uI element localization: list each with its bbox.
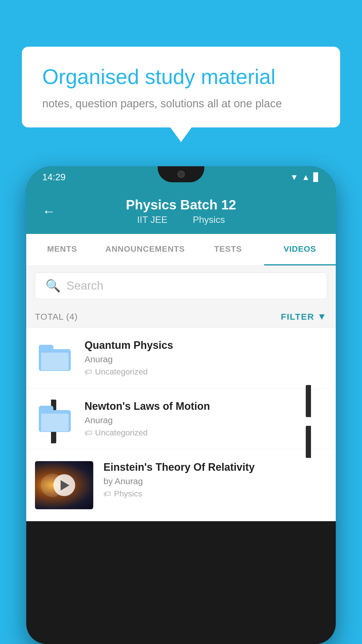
tab-ments[interactable]: MENTS (26, 234, 98, 265)
tab-tests[interactable]: TESTS (192, 234, 264, 265)
tab-announcements[interactable]: ANNOUNCEMENTS (98, 234, 192, 265)
filter-row: TOTAL (4) FILTER ▼ (26, 305, 336, 328)
filter-button[interactable]: FILTER ▼ (281, 311, 327, 322)
subtitle-part1: IIT JEE (137, 214, 167, 225)
tag-label: Uncategorized (95, 367, 148, 377)
video-thumbnail-1 (35, 342, 74, 374)
search-icon: 🔍 (45, 279, 61, 293)
back-button[interactable]: ← (42, 203, 56, 219)
status-bar: 14:29 ▼ ▲ ▊ (26, 166, 336, 188)
list-item[interactable]: Newton's Laws of Motion Anurag 🏷 Uncateg… (26, 388, 336, 449)
app-title: Physics Batch 12 (42, 197, 320, 213)
video-author: Anurag (85, 354, 327, 364)
video-author: Anurag (85, 415, 327, 425)
battery-icon: ▊ (313, 172, 320, 182)
video-thumbnail-2 (35, 403, 74, 435)
video-thumbnail-3 (35, 461, 93, 509)
video-list: Quantum Physics Anurag 🏷 Uncategorized (26, 328, 336, 521)
list-item[interactable]: Einstein's Theory Of Relativity by Anura… (26, 449, 336, 521)
tabs-bar: MENTS ANNOUNCEMENTS TESTS VIDEOS (26, 234, 336, 266)
video-tag: 🏷 Physics (103, 489, 327, 498)
wifi-icon: ▼ (290, 173, 298, 182)
signal-icon: ▲ (302, 173, 310, 182)
video-tag: 🏷 Uncategorized (85, 367, 327, 377)
video-info-2: Newton's Laws of Motion Anurag 🏷 Uncateg… (85, 400, 327, 438)
search-bar[interactable]: 🔍 Search (35, 272, 327, 299)
tag-icon: 🏷 (103, 489, 111, 498)
search-input[interactable]: Search (66, 279, 103, 292)
volume-up-button[interactable] (306, 385, 311, 417)
video-info-1: Quantum Physics Anurag 🏷 Uncategorized (85, 339, 327, 377)
speech-bubble-section: Organised study material notes, question… (22, 47, 340, 127)
total-count: TOTAL (4) (35, 312, 78, 322)
phone-notch (158, 166, 204, 182)
front-camera (178, 171, 185, 178)
tag-icon: 🏷 (85, 368, 92, 377)
video-info-3: Einstein's Theory Of Relativity by Anura… (103, 461, 327, 498)
headline: Organised study material (42, 64, 320, 89)
app-subtitle: IIT JEE Physics (42, 214, 320, 225)
status-time: 14:29 (42, 172, 66, 183)
subtext: notes, question papers, solutions all at… (42, 97, 320, 110)
volume-down-button[interactable] (306, 426, 311, 458)
folder-icon (39, 345, 71, 371)
search-container: 🔍 Search (26, 266, 336, 305)
video-title: Einstein's Theory Of Relativity (103, 461, 327, 473)
folder-icon (39, 406, 71, 432)
tag-label: Physics (114, 489, 142, 498)
subtitle-separator (179, 214, 184, 225)
video-author: by Anurag (103, 476, 327, 486)
filter-funnel-icon: ▼ (317, 311, 327, 322)
play-triangle-icon (61, 480, 69, 491)
video-title: Newton's Laws of Motion (85, 400, 327, 412)
list-item[interactable]: Quantum Physics Anurag 🏷 Uncategorized (26, 328, 336, 388)
play-button[interactable] (53, 474, 75, 496)
tag-icon: 🏷 (85, 428, 92, 438)
subtitle-part2: Physics (193, 214, 225, 225)
video-tag: 🏷 Uncategorized (85, 428, 327, 438)
filter-label: FILTER (281, 312, 314, 322)
tab-videos[interactable]: VIDEOS (264, 234, 336, 265)
phone-frame: 14:29 ▼ ▲ ▊ ← Physics Batch 12 IIT JEE P… (26, 166, 336, 644)
video-title: Quantum Physics (85, 339, 327, 351)
status-icons: ▼ ▲ ▊ (290, 172, 320, 182)
app-header: ← Physics Batch 12 IIT JEE Physics (26, 188, 336, 234)
tag-label: Uncategorized (95, 428, 148, 438)
speech-bubble: Organised study material notes, question… (22, 47, 340, 127)
